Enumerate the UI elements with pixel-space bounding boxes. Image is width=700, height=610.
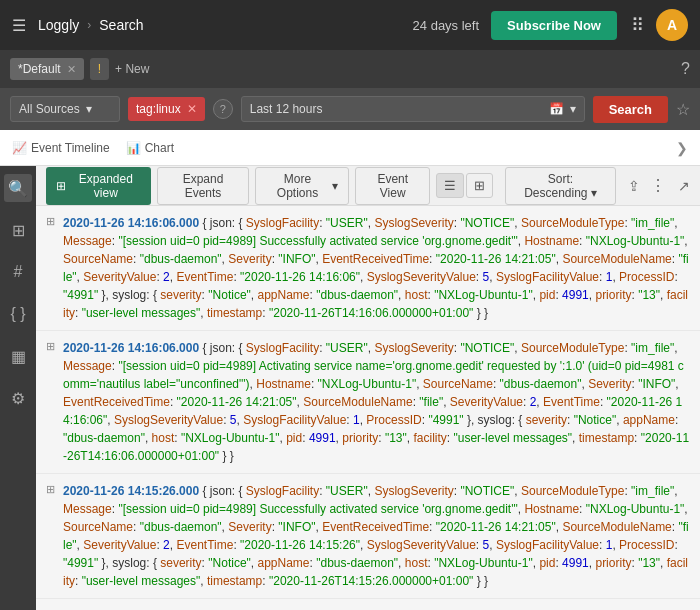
share-icon[interactable]: ⇪	[628, 178, 640, 194]
log-entry: ⊞ 2020-11-26 14:16:06.000 { json: { Sysl…	[36, 331, 700, 474]
log-text: { json: { SyslogFacility: "USER", Syslog…	[63, 216, 689, 320]
external-link-icon[interactable]: ↗	[678, 178, 690, 194]
page-title: Search	[99, 17, 143, 33]
sources-chevron-icon: ▾	[86, 102, 92, 116]
help-button[interactable]: ?	[681, 60, 690, 78]
log-body: 2020-11-26 14:16:06.000 { json: { Syslog…	[63, 339, 690, 465]
logo: Loggly	[38, 17, 79, 33]
log-timestamp: 2020-11-26 14:16:06.000	[63, 341, 199, 355]
expand-events-button[interactable]: Expand Events	[157, 167, 250, 205]
sort-button[interactable]: Sort: Descending ▾	[505, 167, 616, 205]
sources-label: All Sources	[19, 102, 80, 116]
avatar[interactable]: A	[656, 9, 688, 41]
breadcrumb-separator: ›	[87, 18, 91, 32]
expand-view-icon: ⊞	[56, 179, 66, 193]
collapse-panel-icon[interactable]: ❯	[676, 140, 688, 156]
log-entry: ⊞ 2020-11-26 14:15:26.000 { json: { Sysl…	[36, 474, 700, 599]
sidebar-search-icon[interactable]: 🔍	[4, 174, 32, 202]
new-tab-button[interactable]: + New	[115, 62, 149, 76]
overflow-menu-icon[interactable]: ⋮	[650, 176, 666, 195]
log-timestamp: 2020-11-26 14:16:06.000	[63, 216, 199, 230]
favorite-button[interactable]: ☆	[676, 100, 690, 119]
list-view-button[interactable]: ☰	[436, 173, 464, 198]
tag-clear-icon[interactable]: ✕	[187, 102, 197, 116]
sidebar-chart-icon[interactable]: ▦	[4, 342, 32, 370]
warning-icon: !	[98, 62, 101, 76]
left-sidebar: 🔍 ⊞ # { } ▦ ⚙	[0, 166, 36, 610]
log-expand-icon[interactable]: ⊞	[46, 483, 55, 496]
timeline-label: Event Timeline	[31, 141, 110, 155]
log-text: { json: { SyslogFacility: "USER", Syslog…	[63, 484, 689, 588]
default-tab-label: *Default	[18, 62, 61, 76]
log-expand-icon[interactable]: ⊞	[46, 215, 55, 228]
results-toolbar: ⊞ Expanded view Expand Events More Optio…	[36, 166, 700, 206]
time-chevron-icon: ▾	[570, 102, 576, 116]
menu-icon[interactable]: ☰	[12, 16, 26, 35]
sources-dropdown[interactable]: All Sources ▾	[10, 96, 120, 122]
log-results: ⊞ 2020-11-26 14:16:06.000 { json: { Sysl…	[36, 206, 700, 610]
chart-label: Chart	[145, 141, 174, 155]
more-options-button[interactable]: More Options ▾	[255, 167, 349, 205]
more-options-chevron-icon: ▾	[332, 179, 338, 193]
sidebar-settings-icon[interactable]: ⚙	[4, 384, 32, 412]
time-range-picker[interactable]: Last 12 hours 📅 ▾	[241, 96, 585, 122]
chart-tab[interactable]: 📊 Chart	[126, 141, 174, 155]
sidebar-sources-icon[interactable]: ⊞	[4, 216, 32, 244]
log-body: 2020-11-26 14:16:06.000 { json: { Syslog…	[63, 214, 690, 322]
view-toggle-group: ☰ ⊞	[436, 173, 493, 198]
sidebar-tag-icon[interactable]: #	[4, 258, 32, 286]
timeline-icon: 📈	[12, 141, 27, 155]
tag-query-input[interactable]: tag:linux ✕	[128, 97, 205, 121]
query-help-button[interactable]: ?	[213, 99, 233, 119]
sidebar-fields-icon[interactable]: { }	[4, 300, 32, 328]
expanded-view-button[interactable]: ⊞ Expanded view	[46, 167, 151, 205]
subscribe-button[interactable]: Subscribe Now	[491, 11, 617, 40]
log-text: { json: { SyslogFacility: "USER", Syslog…	[63, 341, 689, 463]
event-timeline-tab[interactable]: 📈 Event Timeline	[12, 141, 110, 155]
chart-icon: 📊	[126, 141, 141, 155]
event-view-button[interactable]: Event View	[355, 167, 430, 205]
default-tab[interactable]: *Default ✕	[10, 58, 84, 80]
tag-value: tag:linux	[136, 102, 181, 116]
search-button[interactable]: Search	[593, 96, 668, 123]
log-entry: ⊞ 2020-11-26 14:16:06.000 { json: { Sysl…	[36, 206, 700, 331]
log-expand-icon[interactable]: ⊞	[46, 340, 55, 353]
days-left-label: 24 days left	[413, 18, 480, 33]
calendar-icon: 📅	[549, 102, 564, 116]
log-timestamp: 2020-11-26 14:15:26.000	[63, 484, 199, 498]
log-body: 2020-11-26 14:15:26.000 { json: { Syslog…	[63, 482, 690, 590]
warning-tab[interactable]: !	[90, 58, 109, 80]
tab-close-icon[interactable]: ✕	[67, 63, 76, 76]
grid-view-button[interactable]: ⊞	[466, 173, 493, 198]
apps-grid-icon[interactable]: ⠿	[631, 14, 644, 36]
sort-chevron-icon: ▾	[591, 186, 597, 200]
new-tab-label: + New	[115, 62, 149, 76]
time-range-label: Last 12 hours	[250, 102, 323, 116]
